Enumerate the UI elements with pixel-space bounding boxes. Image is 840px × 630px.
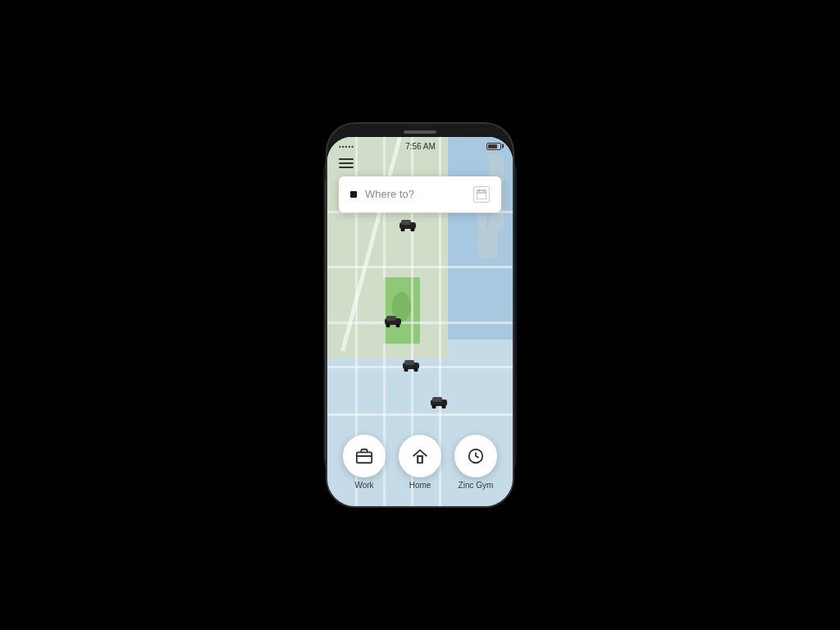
map-car-2 [383, 314, 403, 327]
search-placeholder: Where to? [365, 188, 465, 200]
svg-rect-17 [386, 316, 396, 321]
nav-circle-home [399, 435, 441, 477]
nav-label-work: Work [354, 481, 373, 490]
center-signal: ••••• [339, 143, 354, 150]
map-car-4 [429, 395, 449, 409]
hamburger-menu[interactable] [339, 158, 354, 168]
search-bar[interactable]: Where to? [339, 176, 501, 212]
phones-container: ••••• 7:56 AM [0, 0, 840, 630]
center-status-bar: ••••• 7:56 AM [327, 137, 513, 154]
center-time: 7:56 AM [405, 142, 436, 151]
nav-item-zinc-gym[interactable]: Zinc Gym [454, 435, 497, 490]
svg-rect-32 [357, 452, 372, 463]
nav-label-home: Home [409, 481, 431, 490]
calendar-icon[interactable] [473, 186, 490, 203]
bottom-nav: Work Home [327, 435, 513, 490]
map-car-1 [398, 218, 418, 231]
home-icon [411, 447, 429, 465]
center-phone-inner: ••••• 7:56 AM Whe [327, 137, 513, 506]
pier-3 [479, 229, 498, 258]
hamburger-line-2 [339, 162, 354, 164]
calendar-svg [477, 189, 486, 199]
center-phone-screen: ••••• 7:56 AM Whe [327, 137, 513, 506]
svg-rect-34 [418, 456, 422, 463]
center-status-right [486, 143, 501, 150]
nav-circle-work [343, 435, 386, 477]
svg-rect-13 [401, 220, 411, 225]
nav-item-home[interactable]: Home [399, 435, 441, 490]
search-dot-icon [350, 191, 357, 198]
map-car-3 [401, 358, 421, 372]
svg-rect-25 [432, 397, 442, 402]
svg-rect-28 [477, 190, 486, 199]
center-speaker [404, 130, 436, 134]
nav-circle-zinc-gym [454, 435, 497, 477]
phone-center: ••••• 7:56 AM Whe [326, 122, 514, 508]
briefcase-icon [355, 447, 373, 465]
center-battery-icon [486, 143, 501, 150]
hamburger-line-1 [339, 158, 354, 160]
hamburger-line-3 [339, 167, 354, 168]
svg-rect-21 [404, 360, 414, 365]
nav-label-zinc-gym: Zinc Gym [459, 481, 494, 490]
nav-item-work[interactable]: Work [343, 435, 386, 490]
clock-icon [467, 447, 485, 465]
